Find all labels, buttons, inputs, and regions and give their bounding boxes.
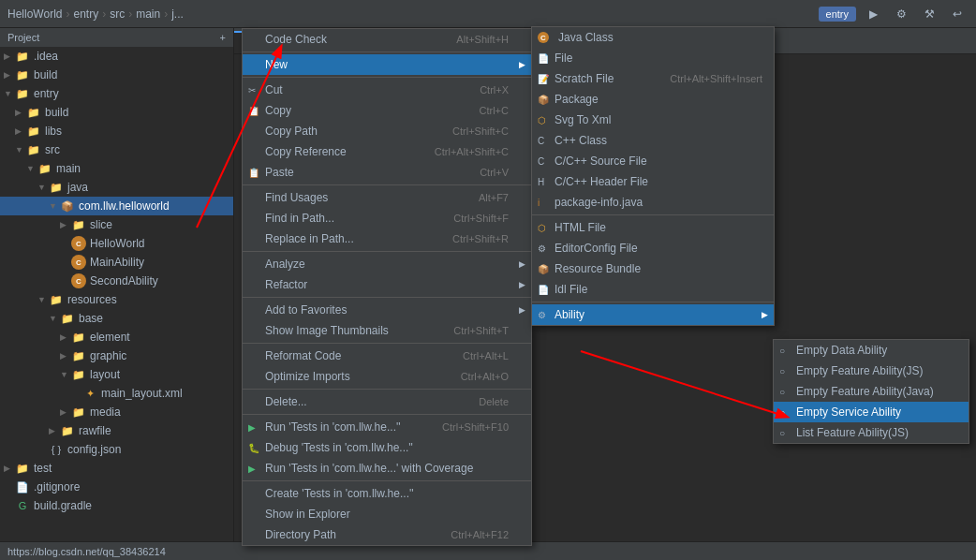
cm-add-to-favorites[interactable]: Add to Favorites	[243, 300, 531, 320]
title-bar: HelloWorld › entry › src › main › j... e…	[0, 0, 976, 28]
cm-find-usages[interactable]: Find Usages Alt+F7	[243, 187, 531, 208]
cm-list-feature-ability-js[interactable]: ○ List Feature Ability(JS)	[774, 422, 969, 443]
cm-package-info[interactable]: i package-info.java	[532, 192, 774, 213]
cm-idl-file[interactable]: 📄 Idl File	[532, 279, 774, 300]
tree-item-test[interactable]: ▶ 📁 test	[0, 459, 233, 478]
cm-new[interactable]: New	[243, 54, 531, 75]
folder-icon: 📁	[71, 348, 86, 363]
cm-code-check[interactable]: Code Check Alt+Shift+H	[243, 29, 531, 50]
gradle-icon: G	[15, 498, 30, 513]
cm-create-tests[interactable]: Create 'Tests in 'com.llw.he...''	[243, 483, 531, 504]
tree-item-graphic[interactable]: ▶ 📁 graphic	[0, 346, 233, 365]
tree-label: build.gradle	[34, 499, 92, 512]
cm-separator	[532, 302, 774, 302]
cm-show-in-explorer[interactable]: Show in Explorer	[243, 504, 531, 524]
cm-separator	[243, 389, 531, 390]
tree-label: MainAbility	[90, 256, 144, 269]
tree-item-idea[interactable]: ▶ 📁 .idea	[0, 47, 233, 66]
idl-icon: 📄	[538, 285, 549, 295]
settings-icon[interactable]: ⚙	[890, 3, 912, 25]
cm-copy-reference[interactable]: Copy Reference Ctrl+Alt+Shift+C	[243, 141, 531, 162]
cm-empty-service-ability[interactable]: ○ Empty Service Ability	[774, 402, 969, 422]
cpp-icon: C	[538, 136, 544, 146]
cm-scratch-file[interactable]: 📝 Scratch File Ctrl+Alt+Shift+Insert	[532, 68, 774, 89]
tree-item-slice[interactable]: ▶ 📁 slice	[0, 215, 233, 234]
tree-item-secondability[interactable]: C SecondAbility	[0, 272, 233, 290]
tree-item-main-layout-xml[interactable]: ✦ main_layout.xml	[0, 384, 233, 403]
folder-icon: 📁	[15, 67, 30, 82]
cm-svg-to-xml[interactable]: ⬡ Svg To Xml	[532, 110, 774, 130]
tree-label: entry	[34, 87, 59, 100]
tree-item-base[interactable]: ▼ 📁 base	[0, 309, 233, 328]
copy-icon: 📋	[248, 106, 259, 116]
cm-empty-feature-ability-js[interactable]: ○ Empty Feature Ability(JS)	[774, 361, 969, 381]
tree-item-gitignore[interactable]: 📄 .gitignore	[0, 478, 233, 496]
cm-replace-in-path[interactable]: Replace in Path... Ctrl+Shift+R	[243, 228, 531, 249]
cm-debug-tests[interactable]: 🐛 Debug 'Tests in 'com.llw.he...''	[243, 437, 531, 458]
cm-paste[interactable]: 📋 Paste Ctrl+V	[243, 162, 531, 183]
cm-ability[interactable]: ⚙ Ability	[532, 304, 774, 325]
folder-icon: 📁	[71, 330, 86, 345]
cm-refactor[interactable]: Refactor	[243, 274, 531, 295]
cm-directory-path[interactable]: Directory Path Ctrl+Alt+F12	[243, 524, 531, 545]
file-icon: 📄	[538, 53, 549, 64]
cm-copy[interactable]: 📋 Copy Ctrl+C	[243, 100, 531, 121]
tree-label: build	[45, 106, 68, 119]
tree-label: rawfile	[79, 424, 111, 437]
cm-html-file[interactable]: ⬡ HTML File	[532, 217, 774, 238]
sidebar-add-icon[interactable]: +	[220, 32, 226, 43]
cm-cpp-header[interactable]: H C/C++ Header File	[532, 171, 774, 192]
folder-icon: 📁	[26, 142, 41, 157]
tree-item-entry[interactable]: ▼ 📁 entry	[0, 84, 233, 103]
cm-empty-data-ability[interactable]: ○ Empty Data Ability	[774, 340, 969, 361]
cm-empty-feature-ability-java[interactable]: ○ Empty Feature Ability(Java)	[774, 381, 969, 402]
cm-run-coverage[interactable]: ▶ Run 'Tests in 'com.llw.he...' with Cov…	[243, 458, 531, 479]
package-icon: 📦	[60, 199, 75, 214]
tree-item-element[interactable]: ▶ 📁 element	[0, 328, 233, 346]
tree-arrow: ▼	[60, 370, 71, 379]
tree-item-config-json[interactable]: { } config.json	[0, 440, 233, 459]
cm-resource-bundle[interactable]: 📦 Resource Bundle	[532, 258, 774, 279]
tree-item-rawfile[interactable]: ▶ 📁 rawfile	[0, 421, 233, 440]
tree-item-build[interactable]: ▶ 📁 build	[0, 66, 233, 84]
tree-item-mainability[interactable]: C MainAbility	[0, 253, 233, 272]
tree-item-entry-build[interactable]: ▶ 📁 build	[0, 103, 233, 122]
sidebar: Project + ▶ 📁 .idea ▶ 📁 build ▼ 📁 entry …	[0, 28, 234, 560]
cm-cut[interactable]: ✂ Cut Ctrl+X	[243, 80, 531, 100]
tree-arrow: ▶	[15, 108, 26, 117]
run-icon[interactable]: ▶	[862, 3, 884, 25]
tree-arrow: ▶	[49, 426, 60, 435]
build-icon[interactable]: ⚒	[918, 3, 940, 25]
cm-java-class[interactable]: C Java Class	[532, 27, 774, 48]
tree-item-libs[interactable]: ▶ 📁 libs	[0, 122, 233, 140]
tree-item-package[interactable]: ▼ 📦 com.llw.helloworld	[0, 197, 233, 215]
tree-item-main[interactable]: ▼ 📁 main	[0, 159, 233, 178]
tree-item-src[interactable]: ▼ 📁 src	[0, 140, 233, 159]
folder-icon: 📁	[60, 311, 75, 326]
cm-cpp-source[interactable]: C C/C++ Source File	[532, 151, 774, 171]
tree-label: HelloWorld	[90, 237, 144, 250]
tree-item-java[interactable]: ▼ 📁 java	[0, 178, 233, 197]
tree-item-layout[interactable]: ▼ 📁 layout	[0, 365, 233, 384]
tree-item-resources[interactable]: ▼ 📁 resources	[0, 290, 233, 309]
cm-optimize-imports[interactable]: Optimize Imports Ctrl+Alt+O	[243, 366, 531, 387]
cm-delete[interactable]: Delete... Delete	[243, 391, 531, 412]
cm-reformat-code[interactable]: Reformat Code Ctrl+Alt+L	[243, 346, 531, 366]
debug-icon: 🐛	[248, 443, 259, 453]
cm-find-in-path[interactable]: Find in Path... Ctrl+Shift+F	[243, 208, 531, 228]
cm-separator	[243, 77, 531, 78]
extra-icon[interactable]: ↩	[946, 3, 969, 25]
cm-analyze[interactable]: Analyze	[243, 254, 531, 274]
cm-show-image-thumbnails[interactable]: Show Image Thumbnails Ctrl+Shift+T	[243, 320, 531, 341]
tree-item-media[interactable]: ▶ 📁 media	[0, 403, 233, 421]
cm-package[interactable]: 📦 Package	[532, 89, 774, 110]
cm-run-tests[interactable]: ▶ Run 'Tests in 'com.llw.he...'' Ctrl+Sh…	[243, 417, 531, 437]
tree-item-helloworld[interactable]: C HelloWorld	[0, 234, 233, 253]
cm-copy-path[interactable]: Copy Path Ctrl+Shift+C	[243, 121, 531, 141]
cm-file[interactable]: 📄 File	[532, 48, 774, 68]
feature-ability-java-icon: ○	[779, 387, 785, 397]
tree-item-build-gradle[interactable]: G build.gradle	[0, 496, 233, 515]
cm-cpp-class[interactable]: C C++ Class	[532, 130, 774, 151]
cm-separator	[243, 414, 531, 415]
cm-editorconfig[interactable]: ⚙ EditorConfig File	[532, 238, 774, 258]
